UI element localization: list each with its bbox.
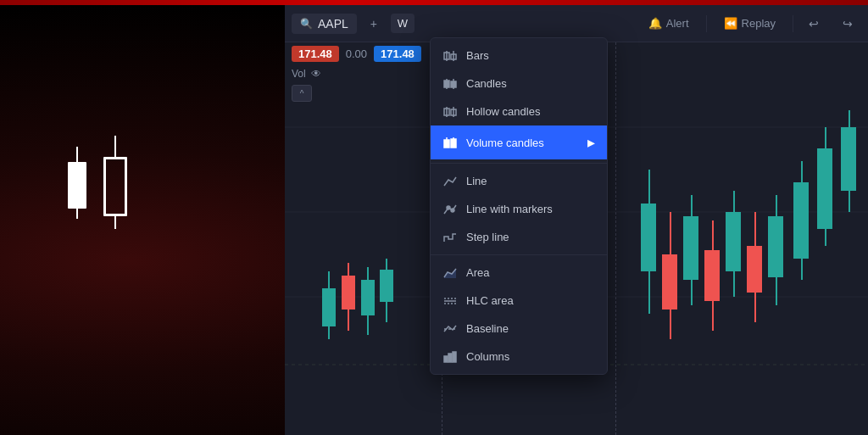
body-2	[103, 157, 127, 216]
menu-item-hollow-candles[interactable]: Hollow candles	[431, 98, 607, 125]
wick-top-2	[114, 136, 116, 157]
svg-rect-53	[453, 352, 456, 362]
menu-item-line[interactable]: Line	[431, 167, 607, 195]
collapse-button[interactable]: ^	[292, 85, 312, 102]
svg-rect-52	[448, 354, 452, 362]
line-icon	[442, 176, 458, 187]
line-label: Line	[466, 175, 487, 187]
svg-rect-23	[747, 246, 762, 293]
menu-item-area[interactable]: Area	[431, 259, 607, 287]
menu-separator-2	[431, 254, 607, 255]
svg-rect-13	[641, 204, 656, 271]
menu-item-baseline[interactable]: Baseline	[431, 315, 607, 343]
svg-rect-11	[380, 270, 393, 302]
line-with-markers-label: Line with markers	[466, 203, 553, 215]
svg-rect-47	[451, 139, 456, 148]
decorative-candles	[68, 136, 127, 229]
svg-rect-21	[726, 212, 741, 271]
body-1	[68, 162, 86, 209]
volume-candles-label: Volume candles	[466, 137, 544, 149]
toolbar-right: 🔔 Alert ⏪ Replay ↩ ↪	[638, 10, 861, 37]
step-line-icon	[442, 231, 458, 243]
hollow-candles-icon	[442, 106, 458, 118]
bars-label: Bars	[466, 49, 489, 62]
vol-eye-icon: 👁	[311, 68, 321, 80]
hlc-area-label: HLC area	[466, 294, 514, 307]
symbol-label: AAPL	[318, 17, 348, 31]
menu-item-hlc-area[interactable]: HLC area	[431, 287, 607, 315]
interval-button[interactable]: W	[391, 14, 415, 33]
candle-2	[103, 136, 127, 229]
menu-separator-1	[431, 163, 607, 164]
chart-type-dropdown: BarsCandlesHollow candlesVolume candles▸…	[430, 37, 608, 375]
svg-rect-27	[793, 182, 809, 259]
svg-rect-45	[444, 140, 449, 148]
cursor-pointer-icon: ▸	[587, 133, 595, 152]
price-badge-2: 171.48	[374, 46, 421, 62]
step-line-label: Step line	[466, 231, 509, 243]
area-icon	[442, 267, 458, 279]
symbol-search[interactable]: 🔍 AAPL	[292, 14, 357, 34]
svg-rect-5	[322, 288, 336, 326]
bars-icon	[442, 50, 458, 62]
svg-rect-17	[683, 216, 698, 280]
alert-button[interactable]: 🔔 Alert	[638, 13, 699, 34]
price-bar: 171.48 0.00 171.48	[285, 42, 428, 65]
alert-label: Alert	[666, 17, 689, 30]
replay-label: Replay	[742, 17, 776, 30]
menu-item-step-line[interactable]: Step line	[431, 223, 607, 251]
redo-button[interactable]: ↪	[834, 10, 861, 37]
svg-rect-9	[361, 280, 375, 315]
wick-bottom-2	[114, 216, 116, 229]
svg-rect-31	[841, 127, 856, 191]
add-symbol-button[interactable]: +	[360, 10, 387, 37]
svg-rect-25	[768, 216, 783, 277]
price-change: 0.00	[346, 47, 367, 60]
replay-icon: ⏪	[724, 17, 737, 30]
replay-button[interactable]: ⏪ Replay	[714, 13, 786, 34]
svg-point-48	[447, 206, 450, 209]
candles-icon	[442, 78, 458, 90]
candles-label: Candles	[466, 77, 507, 90]
hlc-area-icon	[442, 295, 458, 307]
toolbar-divider-1	[706, 15, 707, 32]
line-with-markers-icon	[442, 204, 458, 215]
toolbar-left: 🔍 AAPL + W	[292, 10, 415, 37]
baseline-icon	[442, 323, 458, 335]
alert-icon: 🔔	[648, 17, 662, 30]
wick-bottom-1	[76, 209, 78, 219]
menu-item-bars[interactable]: Bars	[431, 42, 607, 70]
svg-point-49	[451, 209, 454, 212]
columns-icon	[442, 351, 458, 363]
columns-label: Columns	[466, 350, 509, 363]
svg-rect-29	[817, 148, 832, 229]
hollow-candles-label: Hollow candles	[466, 105, 540, 118]
menu-item-volume-candles[interactable]: Volume candles▸	[431, 125, 607, 159]
price-badge: 171.48	[292, 46, 339, 62]
candle-1	[68, 147, 86, 219]
menu-item-columns[interactable]: Columns	[431, 343, 607, 371]
svg-rect-39	[451, 81, 456, 87]
svg-rect-15	[662, 254, 677, 310]
search-icon: 🔍	[300, 18, 313, 30]
svg-rect-51	[444, 356, 448, 362]
svg-rect-37	[444, 81, 449, 87]
baseline-label: Baseline	[466, 322, 509, 335]
svg-rect-7	[342, 276, 355, 310]
wick-top-1	[76, 147, 78, 162]
area-label: Area	[466, 266, 489, 279]
undo-button[interactable]: ↩	[800, 10, 827, 37]
menu-item-candles[interactable]: Candles	[431, 70, 607, 98]
vol-row: Vol 👁	[292, 68, 321, 80]
svg-rect-19	[704, 250, 720, 301]
vol-label: Vol	[292, 68, 306, 80]
menu-item-line-with-markers[interactable]: Line with markers	[431, 195, 607, 223]
toolbar-divider-2	[793, 15, 793, 32]
volume-candles-icon	[442, 137, 458, 148]
